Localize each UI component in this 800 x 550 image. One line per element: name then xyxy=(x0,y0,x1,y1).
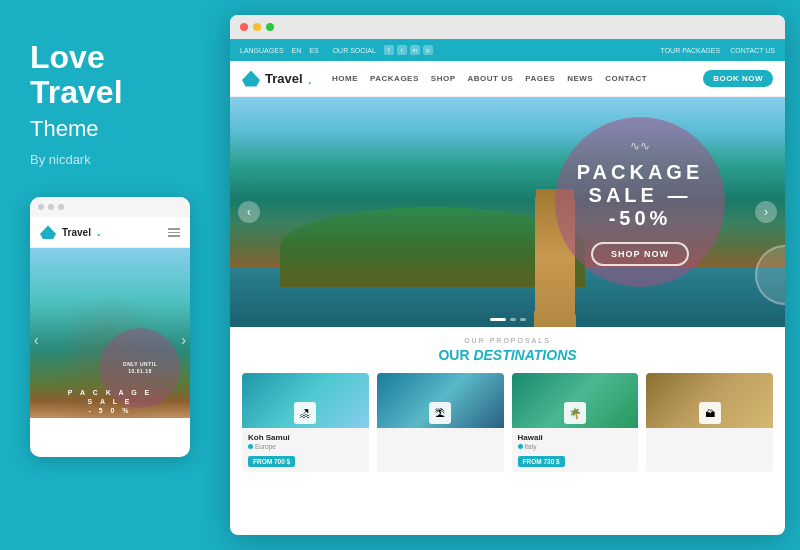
destination-card-4: 🏔 - xyxy=(646,373,773,472)
nav-logo-dot: . xyxy=(308,70,312,88)
destinations-grid: 🏖 Koh Samui Europe FROM 700 $ 🏝 xyxy=(242,373,773,472)
dest-name-2 xyxy=(383,433,498,441)
theme-title: Love Travel Theme By nicdark xyxy=(30,40,200,167)
topbar-social-label: OUR SOCIAL xyxy=(333,47,376,54)
nav-logo-text: Travel xyxy=(265,71,303,86)
slide-dot-2[interactable] xyxy=(510,318,516,321)
mobile-mockup: Travel . ONLY UNTIL10.01.18 ‹ › P A C K … xyxy=(30,197,190,457)
dest-img-3: 🌴 xyxy=(512,373,639,428)
title-line2: Travel xyxy=(30,74,123,110)
nav-home[interactable]: HOME xyxy=(332,74,358,83)
destination-card-2: 🏝 - xyxy=(377,373,504,472)
pinterest-icon[interactable]: p xyxy=(423,45,433,55)
dest-location-dot-1 xyxy=(248,444,253,449)
dest-icon-4: 🏔 xyxy=(699,402,721,424)
nav-news[interactable]: NEWS xyxy=(567,74,593,83)
dest-price-3: FROM 730 $ xyxy=(518,456,565,467)
hero-sale-line1: PACKAGE xyxy=(577,161,704,184)
dest-name-4 xyxy=(652,433,767,441)
hero-tilde: ∿∿ xyxy=(630,139,650,153)
dest-info-1: Koh Samui Europe FROM 700 $ xyxy=(242,428,369,472)
mobile-prev-arrow[interactable]: ‹ xyxy=(34,332,39,348)
title-line1: Love xyxy=(30,39,105,75)
topbar-languages-label: LANGUAGES xyxy=(240,47,284,54)
book-now-button[interactable]: BOOK NOW xyxy=(703,70,773,87)
dest-info-4: - xyxy=(646,428,773,464)
destination-card-3: 🌴 Hawaii Italy FROM 730 $ xyxy=(512,373,639,472)
mobile-next-arrow[interactable]: › xyxy=(181,332,186,348)
proposals-label: OUR PROPOSALS xyxy=(242,337,773,344)
hero-section: ∿∿ PACKAGE SALE — -50% SHOP NOW ‹ › xyxy=(230,97,785,327)
titlebar-red-dot xyxy=(240,23,248,31)
dest-info-2: - xyxy=(377,428,504,464)
hero-sale-overlay: ∿∿ PACKAGE SALE — -50% SHOP NOW xyxy=(555,117,725,287)
titlebar-green-dot xyxy=(266,23,274,31)
facebook-icon[interactable]: f xyxy=(384,45,394,55)
theme-subtitle: Theme xyxy=(30,116,200,142)
proposals-title-emphasis: DESTINATIONS xyxy=(473,347,576,363)
hero-sale-line3: -50% xyxy=(577,207,704,230)
linkedin-icon[interactable]: in xyxy=(410,45,420,55)
dest-icon-3: 🌴 xyxy=(564,402,586,424)
topbar-tour-packages[interactable]: TOUR PACKAGES xyxy=(660,47,720,54)
dest-price-1: FROM 700 $ xyxy=(248,456,295,467)
dest-location-1: Europe xyxy=(248,443,363,450)
shop-now-button[interactable]: SHOP NOW xyxy=(591,242,689,266)
nav-packages[interactable]: PACKAGES xyxy=(370,74,419,83)
dest-img-2: 🏝 xyxy=(377,373,504,428)
dest-icon-2: 🏝 xyxy=(429,402,451,424)
mobile-logo-icon xyxy=(40,225,56,239)
proposals-section: OUR PROPOSALS OUR DESTINATIONS 🏖 Koh Sam… xyxy=(230,327,785,480)
mobile-titlebar xyxy=(30,197,190,217)
hero-slide-dots xyxy=(490,318,526,321)
proposals-title-plain: OUR xyxy=(438,347,473,363)
hero-prev-arrow[interactable]: ‹ xyxy=(238,201,260,223)
mobile-menu-icon xyxy=(168,228,180,237)
dest-icon-1: 🏖 xyxy=(294,402,316,424)
destination-card-1: 🏖 Koh Samui Europe FROM 700 $ xyxy=(242,373,369,472)
desktop-titlebar xyxy=(230,15,785,39)
site-topbar: LANGUAGES EN ES OUR SOCIAL f t in p TOUR… xyxy=(230,39,785,61)
mobile-logo-dot: . xyxy=(97,225,100,239)
dest-name-3: Hawaii xyxy=(518,433,633,442)
topbar-social-icons: f t in p xyxy=(384,45,433,55)
titlebar-yellow-dot xyxy=(253,23,261,31)
mobile-sale-text: P A C K A G E S A L E - 5 0 % xyxy=(30,389,190,418)
slide-dot-1[interactable] xyxy=(490,318,506,321)
nav-contact[interactable]: CONTACT xyxy=(605,74,647,83)
topbar-contact-us[interactable]: CONTACT US xyxy=(730,47,775,54)
topbar-lang-es[interactable]: ES xyxy=(309,47,318,54)
nav-pages[interactable]: PAGES xyxy=(525,74,555,83)
dest-img-1: 🏖 xyxy=(242,373,369,428)
dest-info-3: Hawaii Italy FROM 730 $ xyxy=(512,428,639,472)
mobile-arrows: ‹ › xyxy=(30,332,190,348)
slide-dot-3[interactable] xyxy=(520,318,526,321)
twitter-icon[interactable]: t xyxy=(397,45,407,55)
dest-name-1: Koh Samui xyxy=(248,433,363,442)
hero-sale-title: PACKAGE SALE — -50% xyxy=(577,161,704,230)
hero-sale-line2: SALE — xyxy=(577,184,704,207)
topbar-lang-en[interactable]: EN xyxy=(292,47,302,54)
topbar-right: TOUR PACKAGES CONTACT US xyxy=(660,47,775,54)
dest-img-4: 🏔 xyxy=(646,373,773,428)
dest-location-dot-3 xyxy=(518,444,523,449)
nav-links: HOME PACKAGES SHOP ABOUT US PAGES NEWS C… xyxy=(332,74,703,83)
mobile-nav: Travel . xyxy=(30,217,190,248)
mobile-hero: ONLY UNTIL10.01.18 ‹ › P A C K A G E S A… xyxy=(30,248,190,418)
theme-by: By nicdark xyxy=(30,152,200,167)
desktop-mockup: LANGUAGES EN ES OUR SOCIAL f t in p TOUR… xyxy=(230,15,785,535)
dest-location-3: Italy xyxy=(518,443,633,450)
nav-about[interactable]: ABOUT US xyxy=(467,74,513,83)
nav-shop[interactable]: SHOP xyxy=(431,74,456,83)
nav-logo: Travel . xyxy=(242,70,312,88)
proposals-title: OUR DESTINATIONS xyxy=(242,347,773,363)
mobile-logo-text: Travel xyxy=(62,227,91,238)
left-panel: Love Travel Theme By nicdark Travel . ON… xyxy=(0,0,230,550)
hero-next-arrow[interactable]: › xyxy=(755,201,777,223)
site-nav: Travel . HOME PACKAGES SHOP ABOUT US PAG… xyxy=(230,61,785,97)
mobile-only-until: ONLY UNTIL10.01.18 xyxy=(123,361,157,375)
nav-logo-icon xyxy=(242,71,260,87)
